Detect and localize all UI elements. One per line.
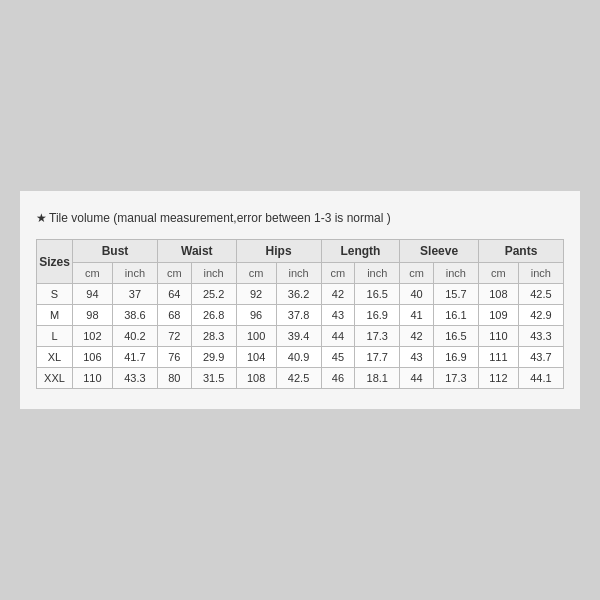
cell-value: 108 — [478, 284, 518, 305]
cell-value: 42.5 — [276, 368, 321, 389]
size-label: XL — [37, 347, 73, 368]
size-chart-container: ★Tile volume (manual measurement,error b… — [20, 191, 580, 409]
cell-value: 42 — [400, 326, 434, 347]
cell-value: 42.5 — [518, 284, 563, 305]
table-row: M9838.66826.89637.84316.94116.110942.9 — [37, 305, 564, 326]
cell-value: 94 — [73, 284, 113, 305]
cell-value: 18.1 — [355, 368, 400, 389]
unit-row: cm inch cm inch cm inch cm inch cm inch … — [37, 263, 564, 284]
cell-value: 43 — [321, 305, 355, 326]
measurement-note: ★Tile volume (manual measurement,error b… — [36, 211, 564, 225]
cell-value: 98 — [73, 305, 113, 326]
waist-inch-unit: inch — [191, 263, 236, 284]
cell-value: 41.7 — [112, 347, 157, 368]
cell-value: 68 — [157, 305, 191, 326]
pants-cm-unit: cm — [478, 263, 518, 284]
cell-value: 46 — [321, 368, 355, 389]
sizes-header: Sizes — [37, 240, 73, 284]
cell-value: 29.9 — [191, 347, 236, 368]
table-row: XXL11043.38031.510842.54618.14417.311244… — [37, 368, 564, 389]
cell-value: 80 — [157, 368, 191, 389]
cell-value: 110 — [73, 368, 113, 389]
length-inch-unit: inch — [355, 263, 400, 284]
size-label: XXL — [37, 368, 73, 389]
table-row: S94376425.29236.24216.54015.710842.5 — [37, 284, 564, 305]
waist-header: Waist — [157, 240, 236, 263]
length-cm-unit: cm — [321, 263, 355, 284]
waist-cm-unit: cm — [157, 263, 191, 284]
cell-value: 26.8 — [191, 305, 236, 326]
size-table-body: S94376425.29236.24216.54015.710842.5M983… — [37, 284, 564, 389]
cell-value: 36.2 — [276, 284, 321, 305]
bust-header: Bust — [73, 240, 158, 263]
cell-value: 44.1 — [518, 368, 563, 389]
size-label: L — [37, 326, 73, 347]
cell-value: 40 — [400, 284, 434, 305]
hips-header: Hips — [236, 240, 321, 263]
cell-value: 37.8 — [276, 305, 321, 326]
cell-value: 43.3 — [112, 368, 157, 389]
sleeve-inch-unit: inch — [433, 263, 478, 284]
cell-value: 64 — [157, 284, 191, 305]
cell-value: 39.4 — [276, 326, 321, 347]
bust-cm-unit: cm — [73, 263, 113, 284]
cell-value: 25.2 — [191, 284, 236, 305]
length-header: Length — [321, 240, 400, 263]
cell-value: 44 — [400, 368, 434, 389]
cell-value: 16.9 — [433, 347, 478, 368]
table-row: L10240.27228.310039.44417.34216.511043.3 — [37, 326, 564, 347]
sleeve-cm-unit: cm — [400, 263, 434, 284]
cell-value: 16.5 — [355, 284, 400, 305]
cell-value: 31.5 — [191, 368, 236, 389]
cell-value: 96 — [236, 305, 276, 326]
star-icon: ★ — [36, 211, 47, 225]
cell-value: 17.3 — [433, 368, 478, 389]
pants-inch-unit: inch — [518, 263, 563, 284]
cell-value: 108 — [236, 368, 276, 389]
group-header-row: Sizes Bust Waist Hips Length Sleeve Pant… — [37, 240, 564, 263]
sleeve-header: Sleeve — [400, 240, 479, 263]
size-label: S — [37, 284, 73, 305]
size-table: Sizes Bust Waist Hips Length Sleeve Pant… — [36, 239, 564, 389]
cell-value: 42 — [321, 284, 355, 305]
pants-header: Pants — [478, 240, 563, 263]
cell-value: 38.6 — [112, 305, 157, 326]
cell-value: 72 — [157, 326, 191, 347]
cell-value: 15.7 — [433, 284, 478, 305]
hips-inch-unit: inch — [276, 263, 321, 284]
cell-value: 16.9 — [355, 305, 400, 326]
cell-value: 16.1 — [433, 305, 478, 326]
cell-value: 100 — [236, 326, 276, 347]
cell-value: 110 — [478, 326, 518, 347]
cell-value: 104 — [236, 347, 276, 368]
cell-value: 28.3 — [191, 326, 236, 347]
table-row: XL10641.77629.910440.94517.74316.911143.… — [37, 347, 564, 368]
cell-value: 16.5 — [433, 326, 478, 347]
cell-value: 106 — [73, 347, 113, 368]
cell-value: 43.3 — [518, 326, 563, 347]
cell-value: 40.2 — [112, 326, 157, 347]
cell-value: 45 — [321, 347, 355, 368]
cell-value: 17.7 — [355, 347, 400, 368]
cell-value: 40.9 — [276, 347, 321, 368]
cell-value: 37 — [112, 284, 157, 305]
cell-value: 109 — [478, 305, 518, 326]
size-label: M — [37, 305, 73, 326]
cell-value: 44 — [321, 326, 355, 347]
cell-value: 92 — [236, 284, 276, 305]
cell-value: 76 — [157, 347, 191, 368]
cell-value: 102 — [73, 326, 113, 347]
bust-inch-unit: inch — [112, 263, 157, 284]
cell-value: 112 — [478, 368, 518, 389]
cell-value: 43.7 — [518, 347, 563, 368]
hips-cm-unit: cm — [236, 263, 276, 284]
cell-value: 43 — [400, 347, 434, 368]
cell-value: 41 — [400, 305, 434, 326]
cell-value: 42.9 — [518, 305, 563, 326]
cell-value: 17.3 — [355, 326, 400, 347]
cell-value: 111 — [478, 347, 518, 368]
